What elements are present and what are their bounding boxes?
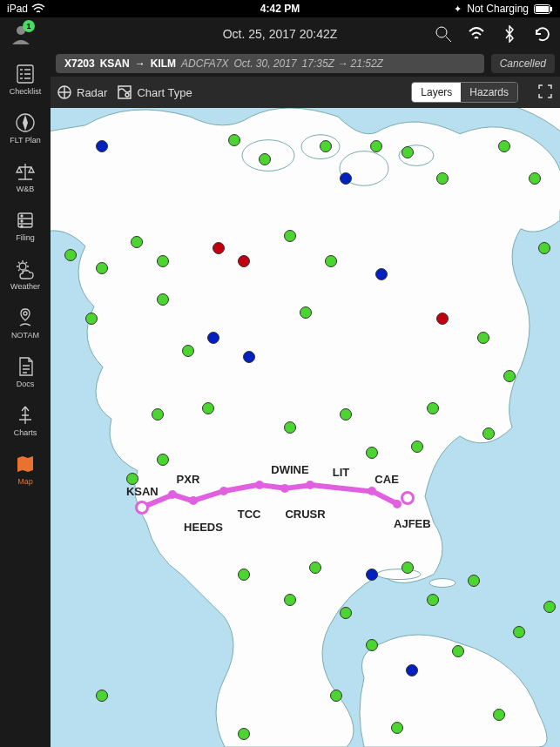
route-endpoint[interactable] xyxy=(401,491,415,505)
sidebar-item-label: Charts xyxy=(14,428,37,437)
weather-station[interactable] xyxy=(375,268,388,280)
sidebar-item-label: FLT Plan xyxy=(10,136,41,145)
hazards-tab[interactable]: Hazards xyxy=(461,83,517,102)
weather-station[interactable] xyxy=(401,562,414,574)
weather-station[interactable] xyxy=(493,709,505,721)
weather-station[interactable] xyxy=(213,242,225,254)
sidebar-item-checklist[interactable]: Checklist xyxy=(0,56,51,104)
route-waypoint[interactable] xyxy=(393,500,401,508)
weather-station[interactable] xyxy=(340,408,352,421)
weather-station[interactable] xyxy=(452,645,464,657)
weather-station[interactable] xyxy=(64,249,77,261)
weather-station[interactable] xyxy=(157,454,169,466)
weather-station[interactable] xyxy=(96,140,108,152)
weather-station[interactable] xyxy=(243,351,255,363)
route-waypoint[interactable] xyxy=(168,490,177,499)
weather-station[interactable] xyxy=(427,594,439,606)
weather-station[interactable] xyxy=(152,408,164,421)
route-waypoint[interactable] xyxy=(280,484,289,493)
search-icon[interactable] xyxy=(435,25,452,43)
weather-station[interactable] xyxy=(366,639,378,651)
weather-station[interactable] xyxy=(157,293,169,306)
sidebar-item-weather[interactable]: Weather xyxy=(0,251,51,299)
route-waypoint[interactable] xyxy=(219,487,228,495)
weather-station[interactable] xyxy=(436,313,449,325)
app-header: 1 Oct. 25, 2017 20:42Z xyxy=(0,17,560,50)
weather-station[interactable] xyxy=(157,255,169,267)
route-waypoint[interactable] xyxy=(306,481,314,489)
weather-station[interactable] xyxy=(436,172,449,185)
weather-station[interactable] xyxy=(411,441,423,453)
weather-station[interactable] xyxy=(498,140,510,152)
weather-station[interactable] xyxy=(340,172,352,185)
weather-station[interactable] xyxy=(543,601,556,613)
status-time: 4:42 PM xyxy=(260,3,300,15)
sidebar: Checklist FLT Plan W&B Filing Weather NO… xyxy=(0,50,51,747)
weather-station[interactable] xyxy=(126,473,138,485)
sidebar-item-fltplan[interactable]: FLT Plan xyxy=(0,104,51,153)
weather-station[interactable] xyxy=(85,313,98,325)
weather-station[interactable] xyxy=(96,690,108,702)
weather-station[interactable] xyxy=(284,230,296,242)
weather-station[interactable] xyxy=(207,332,219,344)
route-waypoint[interactable] xyxy=(255,481,264,489)
weather-station[interactable] xyxy=(238,255,250,267)
wifi-icon[interactable] xyxy=(468,25,485,43)
weather-station[interactable] xyxy=(366,569,378,581)
weather-station[interactable] xyxy=(131,236,143,248)
weather-station[interactable] xyxy=(325,255,337,267)
weather-station[interactable] xyxy=(320,140,332,152)
profile-button[interactable]: 1 xyxy=(9,22,33,46)
radar-label: Radar xyxy=(77,86,107,99)
wifi-icon xyxy=(31,3,45,14)
weather-station[interactable] xyxy=(370,140,382,152)
weather-station[interactable] xyxy=(529,172,541,185)
weather-station[interactable] xyxy=(202,402,214,414)
fullscreen-button[interactable] xyxy=(537,84,553,102)
weather-station[interactable] xyxy=(300,306,312,319)
sidebar-item-charts[interactable]: Charts xyxy=(0,397,51,446)
chart-type-button[interactable]: Chart Type xyxy=(118,85,192,99)
refresh-icon[interactable] xyxy=(534,25,551,43)
layers-tab[interactable]: Layers xyxy=(412,83,461,102)
weather-station[interactable] xyxy=(406,664,418,676)
weather-station[interactable] xyxy=(228,134,240,146)
weather-station[interactable] xyxy=(482,427,495,440)
route-endpoint[interactable] xyxy=(135,501,149,515)
sidebar-item-wb[interactable]: W&B xyxy=(0,153,51,202)
sidebar-item-notam[interactable]: NOTAM xyxy=(0,299,51,348)
weather-station[interactable] xyxy=(513,626,525,638)
weather-station[interactable] xyxy=(330,690,342,702)
weather-station[interactable] xyxy=(238,569,250,581)
weather-station[interactable] xyxy=(340,607,352,619)
weather-station[interactable] xyxy=(96,262,108,274)
weather-station[interactable] xyxy=(468,575,480,587)
weather-station[interactable] xyxy=(366,447,378,459)
svg-rect-8 xyxy=(18,213,32,227)
weather-station[interactable] xyxy=(259,153,271,165)
sidebar-item-docs[interactable]: Docs xyxy=(0,348,51,397)
weather-station[interactable] xyxy=(427,402,439,414)
flight-aircraft: ADCFA7X xyxy=(181,57,228,70)
route-waypoint[interactable] xyxy=(368,487,376,495)
flight-status[interactable]: Cancelled xyxy=(491,54,555,73)
sidebar-item-map[interactable]: Map xyxy=(0,446,51,495)
svg-point-18 xyxy=(125,93,129,97)
weather-station[interactable] xyxy=(401,146,414,158)
flight-chip[interactable]: X7203 KSAN→KILM ADCFA7X Oct. 30, 2017 17… xyxy=(56,54,484,73)
bluetooth-icon[interactable] xyxy=(501,25,518,43)
sidebar-item-filing[interactable]: Filing xyxy=(0,202,51,251)
weather-station[interactable] xyxy=(182,345,194,357)
weather-station[interactable] xyxy=(538,242,550,254)
weather-station[interactable] xyxy=(391,722,403,734)
weather-station[interactable] xyxy=(284,421,296,434)
weather-station[interactable] xyxy=(503,370,516,382)
map-canvas[interactable]: KSANPXRHEEDSTCCDWINECRUSRLITCAEAJFEB xyxy=(51,108,560,747)
weather-station[interactable] xyxy=(309,562,321,574)
weather-station[interactable] xyxy=(284,594,296,606)
route-waypoint[interactable] xyxy=(189,496,198,505)
weather-station[interactable] xyxy=(477,332,489,344)
radar-button[interactable]: Radar xyxy=(57,85,107,99)
svg-point-10 xyxy=(21,220,23,222)
weather-station[interactable] xyxy=(238,728,250,740)
